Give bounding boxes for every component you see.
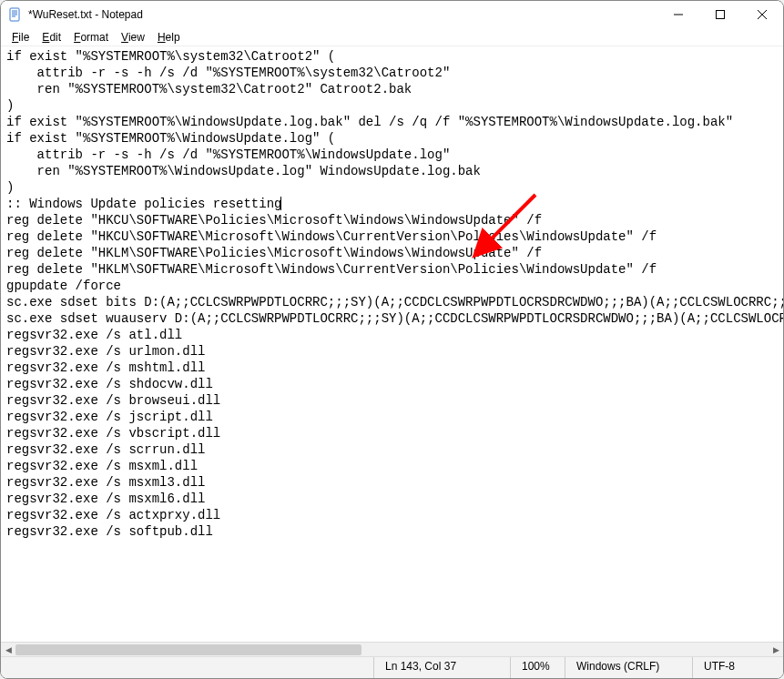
editor-line: regsvr32.exe /s msxml3.dll [6,474,778,491]
editor-line: regsvr32.exe /s mshtml.dll [6,360,778,376]
editor-line: regsvr32.exe /s msxml.dll [6,458,778,474]
menu-view[interactable]: View [116,30,150,45]
status-eol: Windows (CRLF) [565,657,692,678]
editor-line: reg delete "HKLM\SOFTWARE\Microsoft\Wind… [6,261,778,278]
editor-area: if exist "%SYSTEMROOT%\system32\Catroot2… [1,46,783,656]
maximize-icon [716,10,725,19]
titlebar[interactable]: *WuReset.txt - Notepad [1,1,783,28]
editor-line: regsvr32.exe /s urlmon.dll [6,343,778,360]
menu-edit[interactable]: Edit [36,30,66,45]
close-button[interactable] [741,1,783,28]
window-controls [657,1,783,28]
close-icon [758,10,767,19]
editor-line: reg delete "HKCU\SOFTWARE\Microsoft\Wind… [6,228,778,245]
minimize-button[interactable] [657,1,699,28]
scroll-right-arrow-icon[interactable]: ▶ [769,643,783,656]
editor-line: :: Windows Update policies resetting [6,196,778,212]
status-line-col: Ln 143, Col 37 [373,657,510,678]
editor-line: regsvr32.exe /s vbscript.dll [6,425,778,441]
status-zoom: 100% [510,657,565,678]
editor-line: regsvr32.exe /s scrrun.dll [6,441,778,458]
statusbar: Ln 143, Col 37 100% Windows (CRLF) UTF-8 [1,656,783,678]
maximize-button[interactable] [699,1,741,28]
editor-line: regsvr32.exe /s softpub.dll [6,523,778,540]
editor-line: reg delete "HKLM\SOFTWARE\Policies\Micro… [6,245,778,261]
minimize-icon [674,10,683,19]
menu-file[interactable]: File [6,30,35,45]
notepad-app-icon [8,7,23,22]
editor-line: reg delete "HKCU\SOFTWARE\Policies\Micro… [6,212,778,228]
editor-line: gpupdate /force [6,278,778,294]
menu-help[interactable]: Help [152,30,186,45]
scroll-thumb[interactable] [15,644,361,655]
status-spacer [1,657,373,678]
editor-line: ) [6,97,778,114]
notepad-window: *WuReset.txt - Notepad File Edit Format … [0,0,784,679]
menubar: File Edit Format View Help [1,28,783,46]
editor-line: attrib -r -s -h /s /d "%SYSTEMROOT%\Wind… [6,147,778,163]
editor-line: if exist "%SYSTEMROOT%\WindowsUpdate.log… [6,130,778,147]
editor-line: regsvr32.exe /s actxprxy.dll [6,507,778,523]
editor-line: ) [6,179,778,196]
editor-line: ren "%SYSTEMROOT%\WindowsUpdate.log" Win… [6,163,778,179]
editor-line: regsvr32.exe /s jscript.dll [6,409,778,425]
svg-rect-6 [717,11,725,19]
editor-line: regsvr32.exe /s browseui.dll [6,392,778,409]
editor-line: regsvr32.exe /s atl.dll [6,327,778,343]
text-editor[interactable]: if exist "%SYSTEMROOT%\system32\Catroot2… [1,46,783,642]
editor-line: attrib -r -s -h /s /d "%SYSTEMROOT%\syst… [6,65,778,81]
scroll-left-arrow-icon[interactable]: ◀ [1,643,15,656]
editor-line: if exist "%SYSTEMROOT%\WindowsUpdate.log… [6,114,778,130]
menu-format[interactable]: Format [68,30,114,45]
horizontal-scrollbar[interactable]: ◀ ▶ [1,642,783,656]
window-title: *WuReset.txt - Notepad [28,8,143,21]
status-encoding: UTF-8 [692,657,783,678]
text-caret [280,197,281,210]
editor-line: ren "%SYSTEMROOT%\system32\Catroot2" Cat… [6,81,778,97]
editor-line: regsvr32.exe /s msxml6.dll [6,491,778,507]
editor-line: sc.exe sdset wuauserv D:(A;;CCLCSWRPWPDT… [6,310,778,327]
editor-line: regsvr32.exe /s shdocvw.dll [6,376,778,392]
editor-line: if exist "%SYSTEMROOT%\system32\Catroot2… [6,48,778,65]
editor-line: sc.exe sdset bits D:(A;;CCLCSWRPWPDTLOCR… [6,294,778,310]
